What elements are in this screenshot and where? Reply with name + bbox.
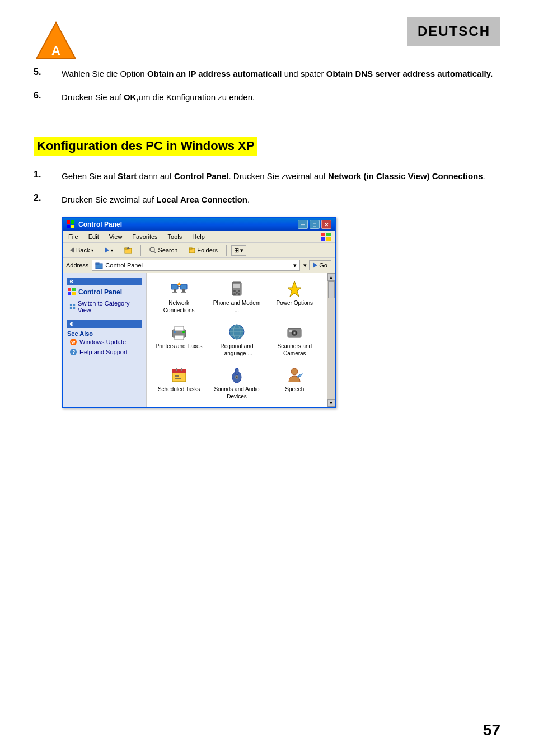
menu-view[interactable]: View: [107, 232, 125, 241]
sidebar-title-see-also[interactable]: ⊗: [67, 320, 142, 328]
step1-text4: .: [483, 171, 485, 181]
toolbar-sep-2: [226, 245, 227, 256]
step-number-6: 6.: [34, 91, 62, 101]
winxp-logo-icon: [320, 232, 331, 241]
window-title: Control Panel: [78, 220, 122, 228]
close-button[interactable]: ✕: [321, 220, 331, 229]
menu-file[interactable]: File: [66, 232, 81, 241]
windows-update-link[interactable]: W Windows Update: [67, 337, 142, 347]
menu-favorites[interactable]: Favorites: [130, 232, 160, 241]
svg-rect-16: [189, 248, 192, 249]
views-icon: ⊞: [234, 247, 239, 254]
svg-rect-3: [71, 220, 74, 224]
scrollbar: ▲ ▼: [327, 273, 335, 407]
menu-edit[interactable]: Edit: [86, 232, 101, 241]
scroll-down-button[interactable]: ▼: [327, 399, 335, 407]
svg-point-42: [238, 290, 240, 292]
menu-help[interactable]: Help: [190, 232, 207, 241]
step-item-2: 2. Drucken Sie zweimal auf Local Area Co…: [34, 193, 500, 206]
switch-view-label: Switch to Category View: [78, 300, 139, 313]
list-item[interactable]: Power Options: [267, 278, 322, 316]
step-list-2: 1. Gehen Sie auf Start dann auf Control …: [34, 170, 500, 206]
address-dropdown-icon[interactable]: ▾: [293, 262, 297, 269]
sidebar-section-main: ⊗ Control Panel: [67, 278, 142, 314]
scroll-up-button[interactable]: ▲: [327, 273, 335, 281]
step-number-2: 2.: [34, 193, 62, 203]
see-also-label: See Also: [67, 330, 93, 337]
svg-point-70: [236, 377, 237, 378]
svg-rect-63: [172, 369, 186, 373]
list-item[interactable]: Printers and Faxes: [151, 321, 207, 359]
svg-rect-31: [171, 284, 178, 289]
list-item[interactable]: Scheduled Tasks: [151, 364, 207, 402]
phone-modem-icon: [228, 280, 246, 298]
folders-label: Folders: [197, 247, 218, 253]
search-button[interactable]: Search: [146, 245, 181, 255]
back-chevron-icon: ▾: [91, 248, 93, 253]
up-folder-icon: [124, 246, 132, 254]
step2-text1: Drucken Sie zweimal auf: [62, 195, 156, 204]
logo-area: A: [34, 17, 78, 62]
forward-chevron-icon: ▾: [111, 248, 113, 253]
svg-point-44: [238, 293, 240, 295]
network-connections-icon: [170, 280, 188, 298]
minimize-button[interactable]: ─: [298, 220, 308, 229]
svg-point-41: [233, 290, 236, 292]
views-button[interactable]: ⊞ ▾: [231, 245, 246, 256]
step5-bold1: Obtain an IP address automaticall: [147, 69, 282, 78]
svg-rect-51: [182, 331, 185, 333]
list-item[interactable]: Sounds and Audio Devices: [209, 364, 264, 402]
svg-rect-35: [182, 289, 185, 292]
list-item[interactable]: Regional and Language ...: [209, 321, 264, 359]
title-left: Control Panel: [66, 220, 122, 229]
list-item[interactable]: Scanners and Cameras: [267, 321, 322, 359]
sidebar-title-cp[interactable]: ⊗: [67, 278, 142, 285]
svg-rect-26: [73, 307, 75, 309]
list-item[interactable]: Phone and Modem ...: [209, 278, 264, 316]
list-item[interactable]: Network Connections: [151, 278, 207, 316]
scheduled-tasks-label: Scheduled Tasks: [158, 386, 200, 393]
window-controls[interactable]: ─ □ ✕: [298, 220, 331, 229]
search-icon: [149, 247, 156, 253]
back-arrow-icon: [70, 247, 74, 253]
folders-button[interactable]: Folders: [185, 245, 222, 255]
step-item-1: 1. Gehen Sie auf Start dann auf Control …: [34, 170, 500, 183]
forward-button[interactable]: ▾: [101, 246, 117, 255]
help-support-icon: ?: [69, 348, 77, 356]
switch-view-link[interactable]: Switch to Category View: [67, 299, 142, 314]
svg-rect-32: [180, 284, 187, 289]
menu-tools[interactable]: Tools: [166, 232, 185, 241]
svg-text:A: A: [51, 44, 60, 58]
scanners-cameras-label: Scanners and Cameras: [269, 342, 320, 357]
svg-point-60: [294, 332, 296, 334]
step2-text2: .: [247, 195, 250, 204]
maximize-button[interactable]: □: [310, 220, 320, 229]
step2-bold: Local Area Connection: [156, 195, 247, 204]
svg-text:W: W: [71, 340, 76, 345]
views-chevron: ▾: [240, 247, 243, 254]
svg-rect-50: [174, 331, 176, 333]
toolbar-sep-1: [140, 245, 141, 256]
svg-point-13: [150, 247, 154, 252]
step-item-6: 6. Drucken Sie auf OK,um die Konfigurati…: [34, 91, 500, 104]
up-button[interactable]: [120, 245, 136, 256]
go-button[interactable]: Go: [309, 260, 331, 270]
scroll-thumb[interactable]: [328, 281, 335, 298]
windows-update-label: Windows Update: [79, 339, 126, 345]
phone-modem-label: Phone and Modem ...: [211, 299, 262, 314]
help-support-link[interactable]: ? Help and Support: [67, 347, 142, 357]
svg-rect-24: [73, 304, 75, 306]
sidebar-cp-row: Control Panel: [67, 285, 142, 299]
section-2-heading: Konfiguration des PC in Windows XP: [34, 137, 257, 156]
step-text-6: Drucken Sie auf OK,um die Konfiguration …: [62, 91, 500, 104]
search-label: Search: [158, 247, 177, 253]
address-dropdown2-icon: ▾: [303, 262, 307, 269]
network-connections-label: Network Connections: [153, 299, 204, 314]
address-input[interactable]: Control Panel ▾: [92, 260, 300, 271]
see-also-expand-icon: ⊗: [69, 321, 74, 327]
scheduled-tasks-icon: [170, 366, 188, 384]
back-button[interactable]: Back ▾: [66, 245, 97, 255]
content-area: ⊗ Control Panel: [63, 273, 335, 407]
list-item[interactable]: Speech: [267, 364, 322, 402]
icon-grid: Network Connections Pho: [151, 278, 322, 402]
